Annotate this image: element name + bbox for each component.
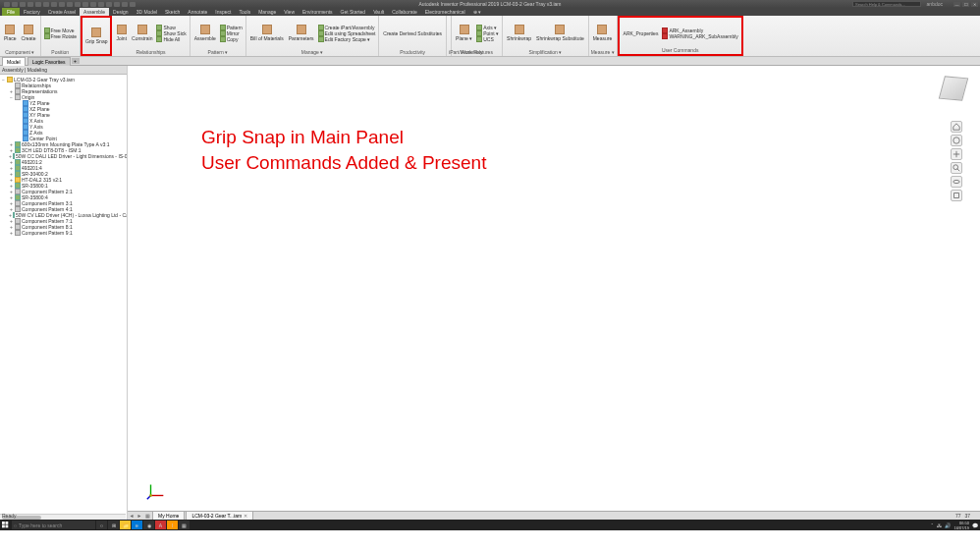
clock[interactable]: 06:50 16/07/19 (953, 521, 969, 530)
tab-tools[interactable]: Tools (235, 8, 254, 16)
notifications-icon[interactable]: 💬 (972, 522, 978, 528)
tab-inspect[interactable]: Inspect (211, 8, 235, 16)
tab-get-started[interactable]: Get Started (337, 8, 370, 16)
browser-tab-model[interactable]: Model (2, 57, 26, 66)
autocad-icon[interactable]: A (155, 521, 166, 529)
tab-assemble[interactable]: Assemble (80, 8, 109, 16)
qat-btn[interactable] (114, 2, 120, 7)
start-button[interactable] (0, 520, 11, 530)
zoom-icon[interactable] (951, 162, 962, 174)
bom-button[interactable]: Bill of Materials (248, 17, 286, 49)
doc-nav-grid[interactable]: ▦ (143, 513, 151, 519)
tab-vault[interactable]: Vault (369, 8, 388, 16)
cortana-icon[interactable]: ○ (96, 521, 107, 529)
tab-annotate[interactable]: Annotate (184, 8, 211, 16)
qat-btn[interactable] (98, 2, 104, 7)
tab-3d-model[interactable]: 3D Model (133, 8, 161, 16)
parameters-button[interactable]: Parameters (287, 17, 316, 49)
tab-manage[interactable]: Manage (254, 8, 280, 16)
ucs-button[interactable]: UCS (475, 36, 500, 42)
qat-btn[interactable] (75, 2, 81, 7)
qat-btn[interactable] (35, 2, 41, 7)
qat-btn[interactable] (51, 2, 57, 7)
maximize-button[interactable]: ☐ (962, 2, 969, 7)
qat-btn[interactable] (130, 2, 136, 7)
expand-icon[interactable]: − (9, 94, 14, 100)
taskbar-search[interactable]: ○Type here to search (12, 521, 95, 529)
joint-button[interactable]: Joint (114, 17, 129, 49)
group-grip-snap: Grip Snap (81, 16, 113, 56)
minimize-button[interactable]: — (953, 2, 960, 7)
browser-tab-logic[interactable]: Logic Favorites (27, 57, 71, 66)
tab-collaborate[interactable]: Collaborate (388, 8, 421, 16)
chrome-icon[interactable]: ◉ (143, 521, 154, 529)
document-tabs: ◄ ► ▦ My Home LCM-03-2 Gear T...iam✕ (128, 511, 980, 520)
full-nav-wheel-icon[interactable] (951, 135, 962, 146)
help-search[interactable]: Search Help & Commands... (852, 1, 921, 7)
svg-point-7 (953, 180, 959, 183)
canvas[interactable]: Grip Snap in Main Panel User Commands Ad… (128, 66, 980, 530)
assemble-button-2[interactable]: Assemble (192, 17, 218, 49)
network-icon[interactable]: 🖧 (937, 522, 942, 528)
qat-btn[interactable] (12, 2, 18, 7)
qat-btn[interactable] (82, 2, 88, 7)
model-browser: Assembly | Modeling −LCM-03-2 Gear Tray … (0, 66, 128, 530)
look-at-icon[interactable] (951, 190, 962, 201)
browser-tab-add[interactable]: + (72, 58, 80, 64)
qat-btn[interactable] (43, 2, 49, 7)
volume-icon[interactable]: 🔊 (945, 522, 951, 528)
qat-btn[interactable] (27, 2, 33, 7)
file-explorer-icon[interactable]: 📁 (120, 521, 131, 529)
grip-snap-button[interactable]: Grip Snap (83, 18, 110, 53)
warning-ark-subassembly-button[interactable]: WARNING_ARK_SubAssembly (661, 33, 738, 39)
doc-nav-right[interactable]: ► (136, 513, 143, 519)
home-view-icon[interactable] (951, 121, 962, 133)
status-ready: Ready (2, 513, 16, 519)
qat-btn[interactable] (106, 2, 112, 7)
app-icon[interactable]: ▦ (179, 521, 190, 529)
doc-nav-left[interactable]: ◄ (128, 513, 136, 519)
measure-button[interactable]: Measure (591, 17, 614, 49)
qat-btn[interactable] (59, 2, 65, 7)
place-button[interactable]: Place (2, 17, 19, 49)
pan-icon[interactable] (951, 148, 962, 160)
qat-btn[interactable] (90, 2, 96, 7)
qat-btn[interactable] (122, 2, 128, 7)
task-view-icon[interactable]: ⊞ (108, 521, 119, 529)
inventor-icon[interactable]: I (167, 521, 178, 529)
tab-sketch[interactable]: Sketch (161, 8, 184, 16)
shrinkwrap-button[interactable]: Shrinkwrap (505, 17, 533, 49)
tab-factory[interactable]: Factory (20, 8, 44, 16)
shrinkwrap-substitute-button[interactable]: Shrinkwrap Substitute (534, 17, 586, 49)
edit-factory-scope-button[interactable]: Edit Factory Scope ▾ (317, 36, 377, 42)
copy-button[interactable]: Copy (219, 36, 244, 42)
tab-create-asset[interactable]: Create Assel (44, 8, 80, 16)
tab-design[interactable]: Design (109, 8, 133, 16)
hide-all-button[interactable]: Hide All (155, 36, 187, 42)
ark-properties-button[interactable]: ARK_Properties (622, 19, 661, 47)
viewcube[interactable] (939, 74, 968, 103)
system-tray: ˄ 🖧 🔊 06:50 16/07/19 💬 (931, 521, 978, 530)
expand-icon[interactable]: + (9, 230, 14, 236)
tab-extra[interactable]: ⊕ ▾ (469, 8, 485, 16)
edge-icon[interactable]: e (132, 521, 142, 529)
create-button[interactable]: Create (20, 17, 38, 49)
close-icon[interactable]: ✕ (244, 513, 247, 519)
create-derived-substitutes-button[interactable]: Create Derived Substitutes (381, 17, 444, 49)
tab-environments[interactable]: Environments (299, 8, 337, 16)
plane-button[interactable]: Plane ▾ (454, 17, 474, 49)
qat-btn[interactable] (67, 2, 73, 7)
user-label[interactable]: anbdoc (927, 1, 943, 7)
tab-electromechanical[interactable]: Electromechanical (421, 8, 469, 16)
tree-node[interactable]: +Component Pattern 9:1 (1, 230, 126, 236)
qat-btn[interactable] (4, 2, 10, 7)
qat-btn[interactable] (20, 2, 26, 7)
close-button[interactable]: ✕ (971, 2, 978, 7)
free-rotate-button[interactable]: Free Rotate (43, 33, 78, 39)
tray-up-icon[interactable]: ˄ (931, 522, 934, 528)
constrain-button[interactable]: Constrain (130, 17, 154, 49)
orbit-icon[interactable] (951, 176, 962, 188)
file-tab[interactable]: File (2, 8, 20, 16)
tab-view[interactable]: View (280, 8, 299, 16)
expand-icon[interactable]: − (1, 77, 6, 82)
